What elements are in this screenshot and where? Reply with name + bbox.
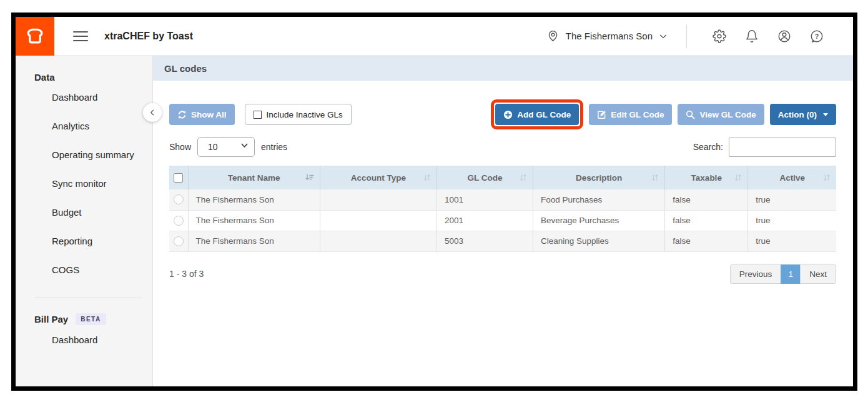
sort-both-icon	[734, 173, 742, 182]
row-select-radio[interactable]	[174, 216, 184, 226]
sidebar-item-billpay-dashboard[interactable]: Dashboard	[16, 325, 152, 354]
sidebar-item-dashboard[interactable]: Dashboard	[16, 83, 152, 111]
cell-description: Beverage Purchases	[533, 210, 665, 231]
include-inactive-label: Include Inactive GLs	[267, 110, 343, 119]
search-magnifier-icon	[686, 110, 695, 119]
include-inactive-checkbox[interactable]	[254, 111, 262, 119]
location-selector[interactable]: The Fishermans Son	[546, 29, 668, 43]
edit-pencil-icon	[597, 110, 606, 119]
cell-account-type	[320, 210, 436, 231]
row-select-radio[interactable]	[174, 236, 184, 246]
app-window: xtraCHEF by Toast The Fishermans Son	[11, 13, 857, 391]
location-pin-icon	[546, 29, 560, 43]
collapse-chevron-left-icon	[149, 109, 156, 116]
page-size-select[interactable]: 10	[197, 137, 255, 157]
cell-tenant: The Fishermans Son	[188, 231, 320, 251]
sort-both-icon	[423, 173, 432, 182]
page-title: GL codes	[164, 63, 207, 74]
edit-gl-code-label: Edit GL Code	[611, 110, 664, 119]
action-label: Action (0)	[778, 110, 817, 119]
cell-taxable: false	[665, 231, 748, 251]
toolbar-right: Add GL Code Edit GL Code	[491, 99, 836, 129]
column-header-description[interactable]: Description	[533, 166, 665, 189]
sidebar-item-reporting[interactable]: Reporting	[16, 226, 152, 255]
column-header-tenant-name[interactable]: Tenant Name	[188, 166, 320, 189]
sidebar-section-data: Data	[34, 72, 152, 83]
top-header: xtraCHEF by Toast The Fishermans Son	[16, 17, 853, 56]
sidebar-section-bill-pay: Bill Pay BETA	[34, 313, 152, 325]
toolbar: Show All Include Inactive GLs	[169, 99, 836, 129]
edit-gl-code-button[interactable]: Edit GL Code	[589, 104, 672, 125]
caret-down-icon	[823, 113, 828, 116]
sort-both-icon	[822, 173, 831, 182]
app-title: xtraCHEF by Toast	[104, 31, 193, 42]
settings-button[interactable]	[703, 29, 736, 43]
account-button[interactable]	[768, 29, 801, 43]
table-row[interactable]: The Fishermans Son 5003 Cleaning Supplie…	[169, 231, 836, 251]
column-header-taxable[interactable]: Taxable	[665, 166, 748, 189]
add-gl-code-label: Add GL Code	[517, 110, 571, 119]
sort-both-icon	[651, 173, 659, 182]
help-button[interactable]: ?	[801, 29, 833, 43]
bill-pay-label: Bill Pay	[34, 314, 68, 324]
refresh-icon	[177, 110, 187, 119]
sidebar-item-analytics[interactable]: Analytics	[16, 111, 152, 140]
sidebar-item-sync-monitor[interactable]: Sync monitor	[16, 169, 152, 198]
sidebar-item-operating-summary[interactable]: Operating summary	[16, 140, 152, 169]
sort-desc-icon	[305, 173, 315, 182]
action-dropdown-button[interactable]: Action (0)	[770, 104, 836, 125]
add-gl-code-button[interactable]: Add GL Code	[495, 104, 579, 125]
add-gl-code-annotation-highlight: Add GL Code	[491, 99, 583, 129]
header-divider	[686, 24, 687, 48]
page-1-button[interactable]: 1	[781, 264, 801, 284]
show-all-button[interactable]: Show All	[169, 104, 235, 125]
table-row[interactable]: The Fishermans Son 2001 Beverage Purchas…	[169, 210, 836, 231]
plus-circle-icon	[503, 110, 513, 119]
cell-description: Food Purchases	[533, 189, 665, 210]
user-icon	[777, 29, 791, 43]
previous-page-button[interactable]: Previous	[730, 264, 782, 284]
search-input[interactable]	[729, 138, 836, 157]
sidebar-item-cogs[interactable]: COGS	[16, 255, 152, 284]
breadcrumb: GL codes	[153, 56, 853, 81]
results-summary: 1 - 3 of 3	[169, 269, 204, 279]
hamburger-menu-icon[interactable]	[73, 31, 88, 41]
bell-icon	[745, 29, 759, 43]
search-label: Search:	[693, 142, 723, 152]
cell-gl-code: 1001	[436, 189, 533, 210]
cell-taxable: false	[665, 189, 748, 210]
cell-active: true	[748, 210, 836, 231]
sort-both-icon	[519, 173, 528, 182]
view-gl-code-label: View GL Code	[699, 110, 756, 119]
sidebar-divider	[34, 298, 141, 298]
cell-tenant: The Fishermans Son	[188, 189, 320, 210]
select-all-header[interactable]	[169, 166, 188, 189]
sidebar-item-budget[interactable]: Budget	[16, 198, 152, 226]
column-header-active[interactable]: Active	[748, 166, 836, 189]
cell-tenant: The Fishermans Son	[188, 210, 320, 231]
entries-label: entries	[261, 142, 287, 152]
table-row[interactable]: The Fishermans Son 1001 Food Purchases f…	[169, 189, 836, 210]
include-inactive-button[interactable]: Include Inactive GLs	[245, 104, 352, 125]
cell-description: Cleaning Supplies	[533, 231, 665, 251]
select-all-checkbox[interactable]	[174, 173, 183, 183]
cell-gl-code: 2001	[436, 210, 533, 231]
help-icon: ?	[810, 29, 824, 43]
sidebar-collapse-button[interactable]	[143, 103, 162, 122]
column-header-gl-code[interactable]: GL Code	[436, 166, 533, 189]
notifications-button[interactable]	[736, 29, 768, 43]
column-header-account-type[interactable]: Account Type	[320, 166, 436, 189]
view-gl-code-button[interactable]: View GL Code	[678, 104, 764, 125]
gl-codes-table: Tenant Name Account Type	[169, 166, 836, 252]
show-label: Show	[169, 142, 191, 152]
main-area: GL codes Show All	[153, 56, 853, 386]
cell-account-type	[320, 231, 436, 251]
cell-active: true	[748, 189, 836, 210]
toast-logo[interactable]	[16, 17, 54, 56]
toast-bread-icon	[24, 26, 46, 47]
next-page-button[interactable]: Next	[800, 264, 836, 284]
row-select-radio[interactable]	[174, 194, 184, 204]
header-actions: The Fishermans Son	[546, 24, 853, 48]
show-all-label: Show All	[191, 110, 227, 119]
beta-badge: BETA	[76, 313, 106, 325]
